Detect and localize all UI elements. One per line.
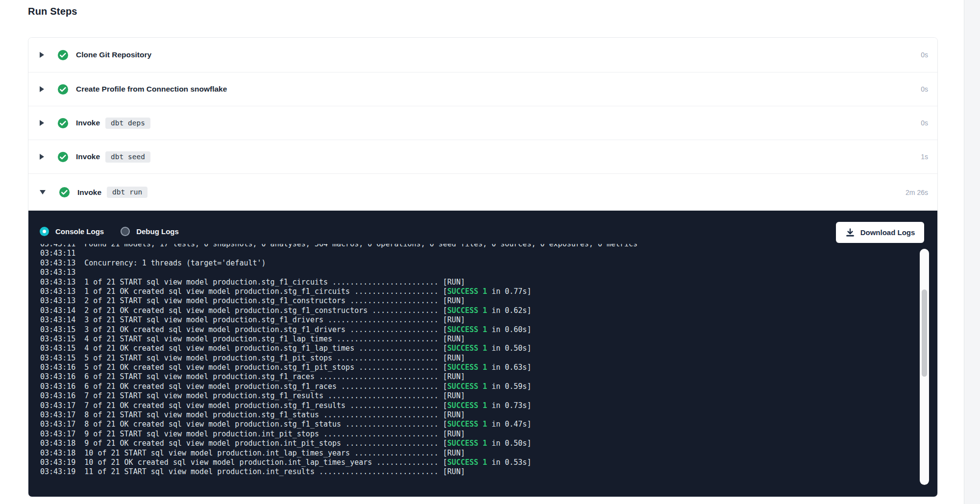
step-duration: 1s	[921, 153, 937, 161]
success-check-icon	[59, 187, 70, 198]
log-line: 03:43:19 11 of 21 START sql view model p…	[40, 467, 913, 477]
page-right-gutter	[964, 0, 980, 504]
step-label: Invoke	[76, 119, 100, 127]
console-log-output[interactable]: 03:43:11 Found 21 models, 17 tests, 0 sn…	[40, 244, 913, 486]
debug-logs-label[interactable]: Debug Logs	[136, 227, 179, 236]
log-line: 03:43:17 9 of 21 START sql view model pr…	[40, 430, 913, 439]
log-line: 03:43:19 10 of 21 OK created sql view mo…	[40, 458, 913, 467]
log-line: 03:43:16 6 of 21 START sql view model pr…	[40, 372, 913, 382]
log-line: 03:43:13	[40, 268, 913, 277]
log-line: 03:43:11	[40, 249, 913, 258]
step-label: Clone Git Repository	[76, 50, 151, 59]
step-label: Create Profile from Connection snowflake	[76, 85, 227, 94]
log-line: 03:43:16 5 of 21 OK created sql view mod…	[40, 363, 913, 372]
log-scrollbar-thumb[interactable]	[922, 289, 927, 377]
log-line: 03:43:13 1 of 21 START sql view model pr…	[40, 278, 913, 287]
log-line: 03:43:17 8 of 21 START sql view model pr…	[40, 410, 913, 420]
step-label: Invoke	[76, 152, 100, 161]
caret-icon[interactable]	[40, 154, 44, 160]
step-command-chip: dbt run	[107, 187, 147, 198]
log-line: 03:43:13 1 of 21 OK created sql view mod…	[40, 287, 913, 296]
success-check-icon	[57, 84, 69, 95]
step-duration: 0s	[921, 119, 937, 127]
debug-logs-radio[interactable]: Debug Logs	[121, 227, 179, 236]
success-check-icon	[57, 49, 69, 61]
download-logs-button[interactable]: Download Logs	[836, 222, 924, 243]
log-line: 03:43:18 10 of 21 START sql view model p…	[40, 449, 913, 458]
step-row[interactable]: Invoke dbt run 2m 26s	[28, 174, 937, 211]
log-line: 03:43:15 3 of 21 OK created sql view mod…	[40, 325, 913, 335]
run-steps-page: Run Steps Clone Git Repository 0s Create…	[0, 0, 980, 504]
log-line: 03:43:13 2 of 21 START sql view model pr…	[40, 296, 913, 306]
caret-icon[interactable]	[40, 52, 44, 58]
radio-selected-icon[interactable]	[40, 227, 49, 236]
success-check-icon	[57, 118, 69, 129]
download-logs-label: Download Logs	[860, 228, 915, 237]
log-scrollbar-track[interactable]	[920, 249, 929, 485]
step-row[interactable]: Create Profile from Connection snowflake…	[28, 72, 937, 106]
log-line: 03:43:16 6 of 21 OK created sql view mod…	[40, 382, 913, 391]
download-icon	[845, 228, 855, 238]
step-row[interactable]: Invoke dbt seed 1s	[28, 140, 937, 174]
log-line: 03:43:15 4 of 21 OK created sql view mod…	[40, 344, 913, 353]
log-lines: 03:43:11 Found 21 models, 17 tests, 0 sn…	[40, 244, 913, 477]
step-duration: 0s	[921, 51, 937, 59]
steps-list: Clone Git Repository 0s Create Profile f…	[28, 38, 937, 211]
step-command-chip: dbt deps	[105, 118, 150, 129]
log-line: 03:43:17 7 of 21 OK created sql view mod…	[40, 401, 913, 410]
step-duration: 2m 26s	[906, 189, 937, 196]
log-line: 03:43:11 Found 21 models, 17 tests, 0 sn…	[40, 244, 913, 249]
log-line: 03:43:18 9 of 21 OK created sql view mod…	[40, 439, 913, 448]
success-check-icon	[57, 151, 69, 163]
step-row[interactable]: Clone Git Repository 0s	[28, 38, 937, 72]
caret-icon[interactable]	[40, 86, 44, 92]
console-logs-label[interactable]: Console Logs	[55, 227, 104, 236]
log-line: 03:43:15 4 of 21 START sql view model pr…	[40, 335, 913, 344]
step-label: Invoke	[77, 188, 101, 197]
step-duration: 0s	[921, 85, 937, 93]
log-line: 03:43:15 5 of 21 START sql view model pr…	[40, 354, 913, 363]
run-steps-card: Clone Git Repository 0s Create Profile f…	[28, 37, 938, 497]
page-title: Run Steps	[28, 6, 77, 17]
log-line: 03:43:16 7 of 21 START sql view model pr…	[40, 391, 913, 401]
step-row[interactable]: Invoke dbt deps 0s	[28, 106, 937, 140]
console-logs-radio[interactable]: Console Logs	[40, 227, 104, 236]
log-line: 03:43:14 3 of 21 START sql view model pr…	[40, 315, 913, 325]
caret-icon[interactable]	[40, 120, 44, 126]
log-panel: Console Logs Debug Logs Download Logs 03…	[28, 211, 937, 497]
radio-unselected-icon[interactable]	[121, 227, 130, 236]
log-line: 03:43:14 2 of 21 OK created sql view mod…	[40, 306, 913, 315]
caret-icon[interactable]	[40, 190, 46, 194]
log-line: 03:43:13 Concurrency: 1 threads (target=…	[40, 259, 913, 268]
log-tabs: Console Logs Debug Logs	[40, 227, 196, 236]
step-command-chip: dbt seed	[105, 151, 150, 163]
log-line: 03:43:17 8 of 21 OK created sql view mod…	[40, 420, 913, 429]
